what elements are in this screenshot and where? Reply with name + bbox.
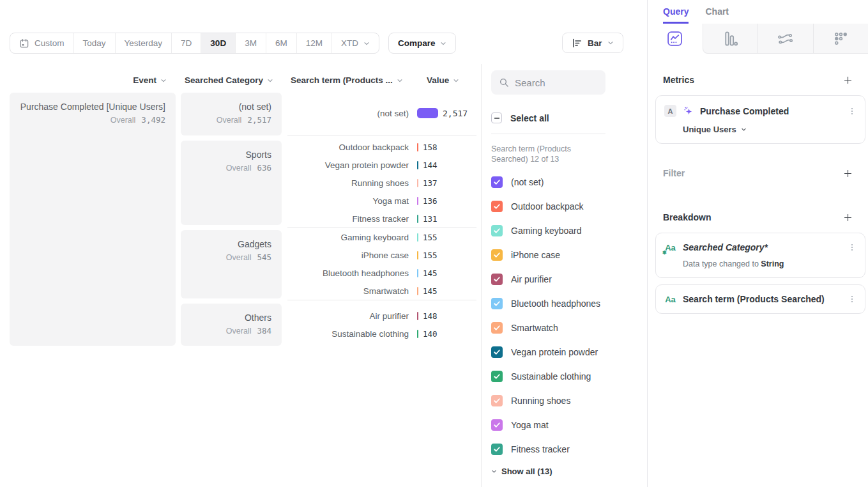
category-card[interactable]: SportsOverall636 xyxy=(181,141,282,225)
legend-item[interactable]: Smartwatch xyxy=(491,316,647,340)
column-header-searched-category[interactable]: Searched Category xyxy=(181,75,273,86)
term-label: (not set) xyxy=(287,109,417,118)
legend-checkbox[interactable] xyxy=(491,274,503,285)
legend-checkbox[interactable] xyxy=(491,322,503,334)
legend-item[interactable]: (not set) xyxy=(491,170,647,194)
value-bar[interactable] xyxy=(417,287,418,295)
event-card[interactable]: Purchase Completed [Unique Users] Overal… xyxy=(10,93,176,346)
legend-item[interactable]: iPhone case xyxy=(491,243,647,267)
value-bar[interactable] xyxy=(417,233,418,242)
value-bar[interactable] xyxy=(417,312,418,320)
select-all-row[interactable]: Select all xyxy=(491,112,647,123)
legend-item-label: iPhone case xyxy=(511,250,560,260)
term-column: (not set)2,517Outdoor backpack158Vegan p… xyxy=(287,93,476,346)
category-overall: Overall545 xyxy=(191,252,271,262)
category-card[interactable]: GadgetsOverall545 xyxy=(181,230,282,298)
value-bar[interactable] xyxy=(417,161,418,169)
value-bar[interactable] xyxy=(417,330,418,338)
legend-checkbox[interactable] xyxy=(491,249,503,261)
legend-checkbox[interactable] xyxy=(491,298,503,309)
column-header-search-term[interactable]: Search term (Products ... xyxy=(291,75,403,86)
search-icon xyxy=(499,77,509,88)
chart-type-button[interactable]: Bar xyxy=(562,33,623,53)
compare-button[interactable]: Compare xyxy=(388,33,457,54)
report-tab-flows[interactable] xyxy=(758,24,813,54)
date-range-3m[interactable]: 3M xyxy=(235,33,266,53)
legend-checkbox[interactable] xyxy=(491,346,503,358)
value-bar[interactable] xyxy=(417,143,418,151)
date-range-7d[interactable]: 7D xyxy=(171,33,201,53)
date-range-xtd[interactable]: XTD xyxy=(331,33,379,53)
value-bar[interactable] xyxy=(417,251,418,259)
value-bar[interactable] xyxy=(417,269,418,277)
legend-item[interactable]: Outdoor backpack xyxy=(491,194,647,219)
legend-checkbox[interactable] xyxy=(491,176,503,188)
legend-item[interactable]: Gaming keyboard xyxy=(491,219,647,243)
select-all-checkbox[interactable] xyxy=(491,112,502,123)
term-row: Running shoes137 xyxy=(287,174,476,192)
legend-item[interactable]: Running shoes xyxy=(491,389,647,413)
legend-item[interactable]: Yoga mat xyxy=(491,413,647,437)
column-header-value[interactable]: Value xyxy=(427,75,459,86)
legend-checkbox[interactable] xyxy=(491,201,503,212)
legend-search[interactable] xyxy=(491,70,605,95)
chevron-down-icon xyxy=(491,468,497,474)
filter-header: Filter xyxy=(648,168,868,178)
insights-chart-icon xyxy=(667,31,683,47)
metric-card[interactable]: A Purchase Completed Unique Users xyxy=(655,95,865,144)
legend-group-label: Search term (Products Searched) 12 of 13 xyxy=(491,144,610,164)
category-card[interactable]: (not set)Overall2,517 xyxy=(181,93,282,135)
term-group: Gaming keyboard155iPhone case155Bluetoot… xyxy=(287,228,476,300)
date-range-30d[interactable]: 30D xyxy=(201,33,235,53)
add-filter-button[interactable] xyxy=(843,169,853,178)
metric-aggregation-dropdown[interactable]: Unique Users xyxy=(664,125,857,134)
breakdown-card-searched-category[interactable]: Aa ✱ Searched Category* Data type change… xyxy=(655,233,865,278)
legend-panel: Select all Search term (Products Searche… xyxy=(481,64,647,487)
legend-checkbox[interactable] xyxy=(491,395,503,406)
search-input[interactable] xyxy=(515,77,595,88)
legend-checkbox[interactable] xyxy=(491,371,503,382)
kebab-menu-icon[interactable] xyxy=(848,243,857,252)
date-range-6m[interactable]: 6M xyxy=(266,33,296,53)
kebab-menu-icon[interactable] xyxy=(848,295,857,304)
term-label: Outdoor backpack xyxy=(287,143,417,152)
column-header-event[interactable]: Event xyxy=(73,75,167,86)
value-bar[interactable] xyxy=(417,215,418,223)
term-row: Vegan protein powder144 xyxy=(287,156,476,174)
report-tab-insights[interactable] xyxy=(648,24,703,54)
category-card[interactable]: OthersOverall384 xyxy=(181,304,282,346)
value-bar[interactable] xyxy=(417,197,418,205)
tab-chart[interactable]: Chart xyxy=(705,0,729,24)
date-range-today[interactable]: Today xyxy=(73,33,115,53)
value-bar[interactable] xyxy=(417,108,438,118)
date-range-12m[interactable]: 12M xyxy=(296,33,331,53)
legend-item-label: Yoga mat xyxy=(511,420,549,430)
legend-checkbox[interactable] xyxy=(491,225,503,236)
report-tab-funnels[interactable] xyxy=(703,24,758,54)
category-title: (not set) xyxy=(191,101,271,113)
kebab-menu-icon[interactable] xyxy=(848,107,857,116)
add-breakdown-button[interactable] xyxy=(843,213,853,222)
legend-item[interactable]: Air purifier xyxy=(491,267,647,291)
category-overall: Overall2,517 xyxy=(191,115,271,125)
tab-query[interactable]: Query xyxy=(663,0,689,24)
legend-item[interactable]: Fitness tracker xyxy=(491,437,647,461)
add-metric-button[interactable] xyxy=(843,75,853,85)
toolbar: CustomTodayYesterday7D30D3M6M12MXTD Comp… xyxy=(10,33,456,54)
breakdown-card-search-term[interactable]: Aa Search term (Products Searched) xyxy=(655,284,865,314)
breakdown-property-name: Search term (Products Searched) xyxy=(683,294,841,304)
event-sparkle-icon xyxy=(683,105,694,116)
event-overall: Overall 3,492 xyxy=(20,115,165,125)
report-tab-retention[interactable] xyxy=(813,24,868,54)
value-text: 137 xyxy=(423,178,438,188)
legend-checkbox[interactable] xyxy=(491,444,503,455)
chevron-down-icon xyxy=(607,40,614,46)
legend-item[interactable]: Bluetooth headphones xyxy=(491,291,647,316)
show-all-button[interactable]: Show all (13) xyxy=(491,467,647,476)
legend-item[interactable]: Vegan protein powder xyxy=(491,340,647,364)
date-range-custom[interactable]: Custom xyxy=(10,33,73,53)
value-bar[interactable] xyxy=(417,179,418,187)
legend-checkbox[interactable] xyxy=(491,419,503,431)
legend-item[interactable]: Sustainable clothing xyxy=(491,364,647,389)
date-range-yesterday[interactable]: Yesterday xyxy=(115,33,172,53)
